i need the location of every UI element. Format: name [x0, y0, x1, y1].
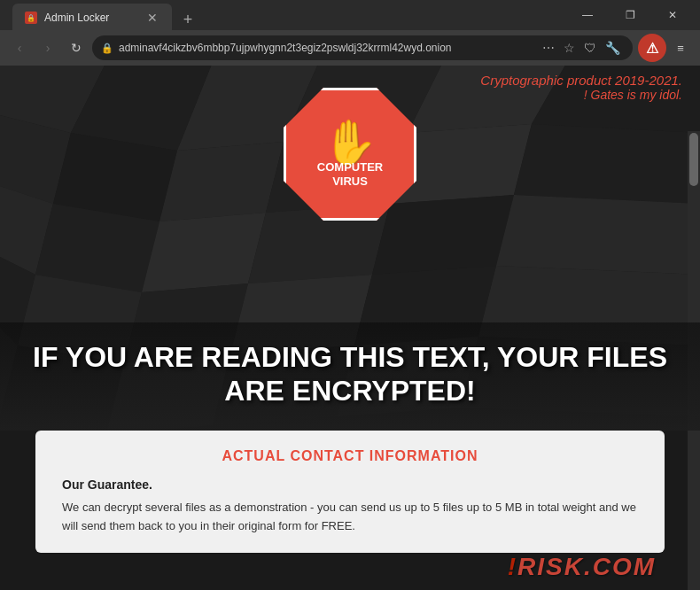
toolbar-right: ⚠ ≡ — [636, 34, 693, 62]
tab-area: 🔒 Admin Locker ✕ + — [7, 0, 200, 32]
main-headline: IF YOU ARE READING THIS TEXT, YOUR FILES… — [27, 340, 673, 408]
cryptographic-text: Cryptographic product 2019-2021. — [480, 73, 682, 88]
address-bar[interactable]: 🔒 adminavf4cikzbv6mbbp7ujpwhygnn2t3egiz2… — [92, 35, 633, 60]
active-tab[interactable]: 🔒 Admin Locker ✕ — [12, 4, 172, 32]
hand-icon: ✋ — [323, 120, 377, 165]
headline-section: IF YOU ARE READING THIS TEXT, YOUR FILES… — [0, 322, 700, 431]
browser-frame: 🔒 Admin Locker ✕ + — ❐ ✕ ‹ › ↻ — [0, 0, 700, 66]
watermark-text: !RISK.COM — [508, 553, 656, 581]
stop-sign: ✋ COMPUTER VIRUS — [279, 83, 421, 225]
info-card: ACTUAL CONTACT INFORMATION Our Guarantee… — [35, 431, 665, 554]
computer-virus-text: COMPUTER VIRUS — [317, 160, 383, 188]
octagon: ✋ COMPUTER VIRUS — [284, 88, 416, 221]
title-bar: 🔒 Admin Locker ✕ + — ❐ ✕ — [0, 0, 700, 30]
close-button[interactable]: ✕ — [652, 0, 693, 30]
maximize-button[interactable]: ❐ — [610, 0, 650, 30]
menu-button[interactable]: ≡ — [668, 35, 693, 60]
toolbar: ‹ › ↻ 🔒 adminavf4cikzbv6mbbp7ujpwhygnn2t… — [0, 30, 700, 66]
tab-close-button[interactable]: ✕ — [145, 11, 159, 25]
more-actions-icon[interactable]: ⋯ — [539, 39, 558, 57]
watermark: !RISK.COM — [508, 553, 656, 581]
stop-sign-container: ✋ COMPUTER VIRUS — [279, 83, 421, 225]
tab-favicon: 🔒 — [25, 12, 37, 24]
refresh-button[interactable]: ↻ — [64, 35, 89, 60]
top-section: Cryptographic product 2019-2021. ! Gates… — [0, 66, 700, 331]
security-lock-icon: 🔒 — [101, 43, 113, 54]
tab-title: Admin Locker — [44, 12, 138, 24]
card-header: ACTUAL CONTACT INFORMATION — [62, 448, 638, 464]
window-controls: — ❐ ✕ — [567, 0, 693, 30]
extension-avatar[interactable]: ⚠ — [638, 34, 666, 62]
url-text: adminavf4cikzbv6mbbp7ujpwhygnn2t3egiz2ps… — [119, 42, 533, 54]
top-right-text: Cryptographic product 2019-2021. ! Gates… — [480, 73, 682, 102]
extension-icon[interactable]: 🔧 — [602, 39, 624, 57]
address-actions: ⋯ ☆ 🛡 🔧 — [539, 39, 624, 57]
new-tab-button[interactable]: + — [175, 7, 200, 32]
guarantee-text: We can decrypt several files as a demons… — [62, 499, 638, 536]
minimize-button[interactable]: — — [567, 0, 608, 30]
dark-background: Cryptographic product 2019-2021. ! Gates… — [0, 66, 700, 590]
extensions-area: ⚠ — [638, 34, 666, 62]
gates-text: ! Gates is my idol. — [480, 88, 682, 102]
shield-icon[interactable]: 🛡 — [580, 39, 600, 57]
page-content: Cryptographic product 2019-2021. ! Gates… — [0, 66, 700, 590]
bookmark-icon[interactable]: ☆ — [560, 39, 579, 57]
forward-button[interactable]: › — [35, 35, 60, 60]
back-button[interactable]: ‹ — [7, 35, 32, 60]
guarantee-title: Our Guarantee. — [62, 477, 638, 492]
